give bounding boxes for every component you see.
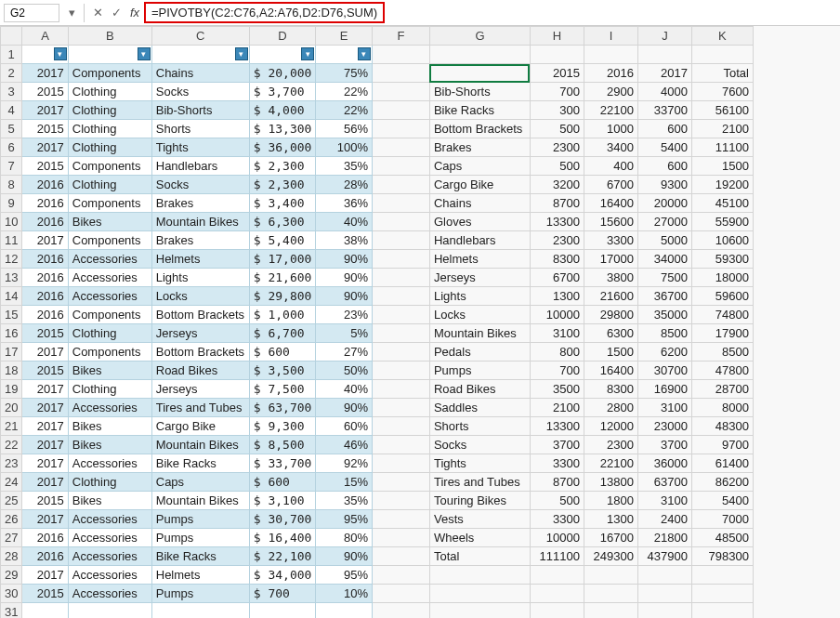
row-header[interactable]: 31: [1, 603, 22, 619]
data-cell[interactable]: Accessories: [68, 510, 151, 529]
data-cell[interactable]: 15%: [316, 473, 373, 492]
data-cell[interactable]: Clothing: [68, 101, 151, 120]
pivot-value-cell[interactable]: 11100: [691, 138, 753, 157]
pivot-value-cell[interactable]: 6200: [637, 343, 691, 362]
col-header[interactable]: A: [22, 27, 68, 46]
data-cell[interactable]: 90%: [316, 547, 373, 566]
cell[interactable]: [429, 46, 530, 64]
pivot-value-cell[interactable]: 9300: [637, 176, 691, 194]
pivot-value-cell[interactable]: 17900: [691, 324, 753, 343]
data-cell[interactable]: 2017: [22, 399, 68, 417]
data-cell[interactable]: $ 2,300: [249, 157, 316, 176]
data-cell[interactable]: Bottom Brackets: [151, 306, 249, 324]
data-cell[interactable]: Bikes: [68, 436, 151, 454]
data-cell[interactable]: 35%: [316, 492, 373, 510]
data-cell[interactable]: Components: [68, 64, 151, 83]
data-cell[interactable]: $ 3,100: [249, 492, 316, 510]
pivot-value-cell[interactable]: 56100: [691, 101, 753, 120]
pivot-value-cell[interactable]: 2800: [584, 399, 637, 417]
pivot-value-cell[interactable]: 59300: [691, 250, 753, 269]
data-cell[interactable]: $ 3,400: [249, 194, 316, 213]
cell[interactable]: [372, 176, 429, 194]
pivot-value-cell[interactable]: 3300: [530, 510, 584, 529]
pivot-value-cell[interactable]: 19200: [691, 176, 753, 194]
data-cell[interactable]: $ 4,000: [249, 101, 316, 120]
pivot-value-cell[interactable]: 17000: [584, 250, 637, 269]
row-header[interactable]: 13: [1, 269, 22, 287]
cell[interactable]: [584, 603, 637, 619]
pivot-value-cell[interactable]: 1000: [584, 120, 637, 138]
data-cell[interactable]: 40%: [316, 213, 373, 231]
row-header[interactable]: 5: [1, 120, 22, 138]
row-header[interactable]: 29: [1, 566, 22, 585]
formula-input[interactable]: =PIVOTBY(C2:C76,A2:A76,D2:D76,SUM): [144, 2, 385, 23]
filter-dropdown-icon[interactable]: ▾: [358, 47, 371, 60]
pivot-value-cell[interactable]: 1500: [691, 157, 753, 176]
pivot-value-cell[interactable]: 34000: [637, 250, 691, 269]
data-cell[interactable]: 35%: [316, 157, 373, 176]
pivot-value-cell[interactable]: 16400: [584, 194, 637, 213]
pivot-value-cell[interactable]: 30700: [637, 362, 691, 380]
data-cell[interactable]: 2016: [22, 269, 68, 287]
data-cell[interactable]: 80%: [316, 529, 373, 547]
pivot-row-label[interactable]: Vests: [429, 510, 530, 529]
pivot-value-cell[interactable]: 3300: [584, 231, 637, 250]
row-header[interactable]: 15: [1, 306, 22, 324]
row-header[interactable]: 6: [1, 138, 22, 157]
cell[interactable]: [372, 46, 429, 64]
data-cell[interactable]: 22%: [316, 101, 373, 120]
table-header-cell[interactable]: Category▾: [68, 46, 151, 64]
cell[interactable]: [691, 46, 753, 64]
data-cell[interactable]: 2016: [22, 194, 68, 213]
pivot-value-cell[interactable]: 700: [530, 362, 584, 380]
data-cell[interactable]: Tires and Tubes: [151, 399, 249, 417]
filter-dropdown-icon[interactable]: ▾: [54, 47, 67, 60]
row-header[interactable]: 8: [1, 176, 22, 194]
row-header[interactable]: 7: [1, 157, 22, 176]
row-header[interactable]: 26: [1, 510, 22, 529]
cell[interactable]: [691, 603, 753, 619]
data-cell[interactable]: Clothing: [68, 120, 151, 138]
data-cell[interactable]: $ 20,000: [249, 64, 316, 83]
data-cell[interactable]: $ 7,500: [249, 380, 316, 399]
data-cell[interactable]: 2015: [22, 120, 68, 138]
pivot-value-cell[interactable]: 48500: [691, 529, 753, 547]
data-cell[interactable]: Bikes: [68, 492, 151, 510]
data-cell[interactable]: 36%: [316, 194, 373, 213]
data-cell[interactable]: [22, 603, 68, 619]
pivot-row-label[interactable]: Locks: [429, 306, 530, 324]
data-cell[interactable]: 2015: [22, 492, 68, 510]
data-cell[interactable]: 10%: [316, 585, 373, 603]
pivot-row-label[interactable]: Chains: [429, 194, 530, 213]
data-cell[interactable]: Caps: [151, 473, 249, 492]
row-header[interactable]: 17: [1, 343, 22, 362]
data-cell[interactable]: 95%: [316, 510, 373, 529]
table-header-cell[interactable]: Rating▾: [316, 46, 373, 64]
pivot-row-label[interactable]: Total: [429, 547, 530, 566]
cell[interactable]: [372, 510, 429, 529]
pivot-value-cell[interactable]: 15600: [584, 213, 637, 231]
data-cell[interactable]: 2016: [22, 287, 68, 306]
data-cell[interactable]: 27%: [316, 343, 373, 362]
data-cell[interactable]: 50%: [316, 362, 373, 380]
data-cell[interactable]: Components: [68, 306, 151, 324]
data-cell[interactable]: Components: [68, 231, 151, 250]
spreadsheet-grid[interactable]: A B C D E F G H I J K 1Year▾Category▾Pro…: [0, 26, 754, 618]
pivot-value-cell[interactable]: 5400: [637, 138, 691, 157]
data-cell[interactable]: 2017: [22, 231, 68, 250]
data-cell[interactable]: 2015: [22, 362, 68, 380]
data-cell[interactable]: [249, 603, 316, 619]
row-header[interactable]: 2: [1, 64, 22, 83]
fx-icon[interactable]: fx: [125, 6, 144, 20]
data-cell[interactable]: 2016: [22, 547, 68, 566]
data-cell[interactable]: Road Bikes: [151, 362, 249, 380]
pivot-value-cell[interactable]: 8500: [691, 343, 753, 362]
cell[interactable]: [530, 46, 584, 64]
data-cell[interactable]: 95%: [316, 566, 373, 585]
cell[interactable]: [637, 46, 691, 64]
data-cell[interactable]: 2017: [22, 138, 68, 157]
pivot-value-cell[interactable]: 36700: [637, 287, 691, 306]
data-cell[interactable]: $ 3,500: [249, 362, 316, 380]
pivot-value-cell[interactable]: 3800: [584, 269, 637, 287]
pivot-value-cell[interactable]: 13300: [530, 417, 584, 436]
